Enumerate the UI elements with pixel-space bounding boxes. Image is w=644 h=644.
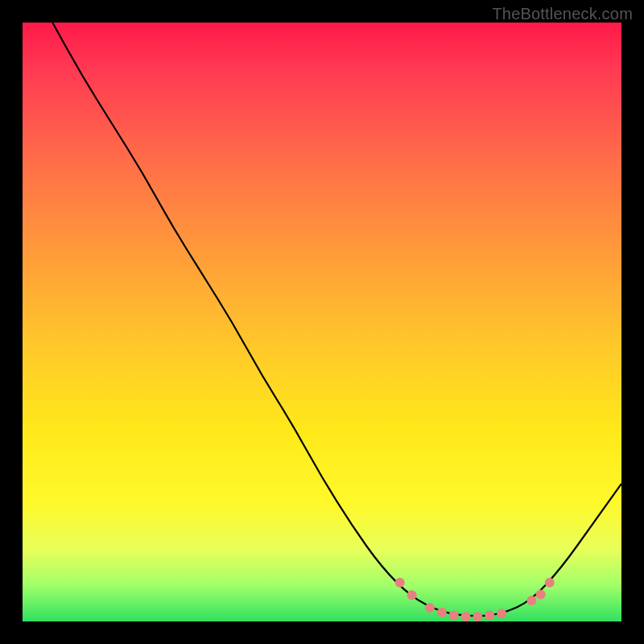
- chart-plot-area: [23, 23, 621, 621]
- curve-marker: [449, 611, 459, 621]
- curve-marker: [526, 596, 536, 605]
- chart-svg: [23, 23, 621, 621]
- curve-marker: [461, 612, 471, 621]
- curve-marker: [536, 590, 546, 600]
- curve-marker: [395, 578, 405, 588]
- bottleneck-curve: [52, 23, 621, 616]
- curve-marker: [407, 590, 417, 600]
- curve-marker: [473, 612, 482, 621]
- curve-marker: [437, 608, 447, 617]
- curve-marker: [497, 609, 506, 618]
- curve-marker: [485, 611, 494, 621]
- watermark-text: TheBottleneck.com: [492, 5, 633, 23]
- curve-marker: [545, 578, 555, 588]
- curve-marker: [425, 603, 435, 613]
